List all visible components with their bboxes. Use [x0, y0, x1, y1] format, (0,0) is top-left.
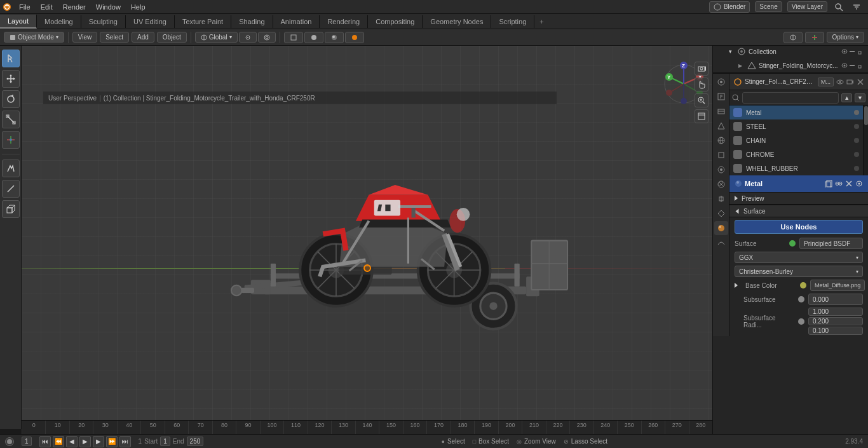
subsurface-r1[interactable]: 1.000: [808, 308, 863, 316]
annotate-tool[interactable]: [2, 160, 20, 177]
maximize-btn[interactable]: [695, 109, 709, 123]
next-keyframe-btn[interactable]: ⏩: [106, 436, 118, 447]
zoom-btn[interactable]: [695, 93, 709, 107]
tab-shading[interactable]: Shading: [231, 15, 273, 28]
use-nodes-btn[interactable]: Use Nodes: [735, 220, 863, 234]
prop-tab-physics[interactable]: [714, 177, 728, 191]
expand-collection[interactable]: ▾: [726, 47, 735, 56]
subsurface-r3[interactable]: 0.100: [808, 327, 863, 335]
tab-sculpting[interactable]: Sculpting: [81, 15, 126, 28]
move-tool[interactable]: [2, 70, 20, 88]
object-mode-selector[interactable]: Object Mode ▾: [4, 32, 64, 43]
transform-global[interactable]: Global ▾: [195, 32, 238, 43]
camera-btn-icon[interactable]: [846, 78, 854, 86]
material-shading-btn[interactable]: [325, 32, 344, 43]
material-item-metal[interactable]: Metal: [729, 105, 863, 119]
material-item-rubber[interactable]: WHELL_RUBBER: [729, 161, 863, 175]
select-menu[interactable]: Select: [100, 32, 129, 43]
rotate-tool[interactable]: [2, 90, 20, 108]
surface-type-value[interactable]: Principled BSDF: [799, 238, 863, 249]
measure-tool[interactable]: [2, 180, 20, 198]
prop-tab-modifier[interactable]: [714, 163, 728, 177]
engine-selector[interactable]: Blender: [709, 1, 750, 13]
end-frame[interactable]: 250: [187, 437, 204, 446]
jump-start-btn[interactable]: ⏮: [39, 436, 51, 447]
viewport-3d[interactable]: User Perspective | (1) Collection | Stin…: [22, 46, 712, 429]
next-frame-btn[interactable]: ▶: [93, 436, 104, 447]
prop-tab-constraints[interactable]: [714, 192, 728, 206]
object-menu[interactable]: Object: [157, 32, 187, 43]
outliner-item-collection[interactable]: ▾ Collection: [713, 44, 868, 58]
prop-tab-world[interactable]: [714, 133, 728, 147]
preview-section-header[interactable]: Preview: [729, 192, 868, 205]
menu-edit[interactable]: Edit: [36, 2, 58, 12]
filter-icon[interactable]: [850, 1, 863, 13]
snap-btn[interactable]: [239, 32, 257, 43]
add-menu[interactable]: Add: [132, 32, 154, 43]
prop-tab-output[interactable]: [714, 90, 728, 104]
scroll-down-btn[interactable]: ▼: [855, 93, 865, 102]
lock-collection-icon[interactable]: [857, 48, 863, 55]
hide-collection-icon[interactable]: [849, 48, 855, 55]
mat-delete-icon[interactable]: [845, 180, 853, 187]
subsurface-r2[interactable]: 0.200: [808, 317, 863, 325]
solid-shading-btn[interactable]: [304, 32, 323, 43]
tab-rendering[interactable]: Rendering: [320, 15, 368, 28]
proportional-btn[interactable]: [258, 32, 276, 43]
add-workspace-btn[interactable]: +: [534, 15, 548, 28]
vis-icon[interactable]: [836, 78, 844, 86]
prop-tab-scene[interactable]: [714, 119, 728, 133]
mat-copy-icon[interactable]: [825, 180, 832, 187]
subsurface-value[interactable]: 0.000: [808, 294, 863, 305]
material-item-chain[interactable]: CHAIN: [729, 133, 863, 147]
options-btn[interactable]: Options ▾: [827, 32, 864, 43]
tab-texture-paint[interactable]: Texture Paint: [175, 15, 231, 28]
hide-motorcycle-icon[interactable]: [849, 62, 855, 69]
search-icon[interactable]: [832, 1, 845, 13]
lock-motorcycle-icon[interactable]: [857, 62, 863, 69]
tab-animation[interactable]: Animation: [273, 15, 320, 28]
menu-render[interactable]: Render: [58, 2, 91, 12]
hand-tool-btn[interactable]: [695, 78, 709, 92]
eye-motorcycle-icon[interactable]: [841, 62, 848, 69]
material-item-chrome[interactable]: CHROME: [729, 147, 863, 161]
prop-tab-material[interactable]: [714, 221, 728, 235]
scrollbar-thumb[interactable]: [864, 106, 868, 125]
frame-indicator[interactable]: 1: [22, 437, 32, 446]
ggx-dropdown[interactable]: GGX ▾: [735, 252, 863, 263]
eye-collection-icon[interactable]: [841, 48, 848, 55]
expand-motorcycle[interactable]: ▶: [736, 61, 745, 70]
scene-selector[interactable]: Scene: [755, 1, 782, 12]
rendered-shading-btn[interactable]: [345, 32, 364, 43]
material-search-input[interactable]: [742, 92, 839, 104]
christensen-dropdown[interactable]: Christensen-Burley ▾: [735, 266, 863, 277]
tab-layout[interactable]: Layout: [0, 15, 37, 29]
mat-settings-icon[interactable]: [855, 180, 863, 187]
tab-compositing[interactable]: Compositing: [368, 15, 423, 28]
jump-end-btn[interactable]: ⏭: [119, 436, 131, 447]
delete-icon[interactable]: [857, 78, 864, 86]
transform-tool[interactable]: [2, 131, 20, 149]
menu-file[interactable]: File: [14, 2, 36, 12]
base-color-value[interactable]: Metal_Diffuse.png: [810, 280, 865, 291]
prop-tab-render[interactable]: [714, 75, 728, 89]
tab-modeling[interactable]: Modeling: [37, 15, 81, 28]
scale-tool[interactable]: [2, 111, 20, 128]
start-frame[interactable]: 1: [160, 437, 170, 446]
menu-help[interactable]: Help: [126, 2, 151, 12]
surface-section-header[interactable]: Surface: [729, 205, 868, 217]
wireframe-shading-btn[interactable]: [284, 32, 303, 43]
prop-tab-viewlayer[interactable]: [714, 104, 728, 118]
overlays-btn[interactable]: [783, 32, 803, 43]
view-layer-selector[interactable]: View Layer: [787, 1, 827, 12]
prev-frame-btn[interactable]: ◀: [66, 436, 78, 447]
outliner-item-motorcycle[interactable]: ▶ Stinger_Folding_Motorcyc...: [713, 58, 868, 72]
camera-view-btn[interactable]: [695, 62, 709, 76]
mesh-data-btn[interactable]: M...: [818, 78, 834, 86]
prop-tab-object[interactable]: [714, 148, 728, 162]
cursor-tool[interactable]: [2, 50, 20, 67]
scroll-up-btn[interactable]: ▲: [841, 93, 852, 102]
view-menu[interactable]: View: [72, 32, 98, 43]
gizmos-btn[interactable]: [805, 32, 824, 43]
tab-scripting[interactable]: Scripting: [491, 15, 534, 28]
